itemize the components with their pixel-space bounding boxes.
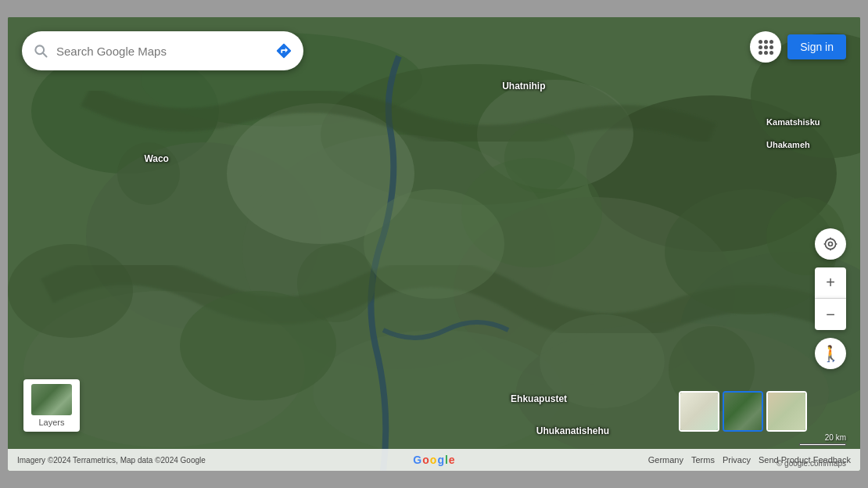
zoom-in-button[interactable]: + bbox=[815, 267, 846, 299]
layer-type-satellite[interactable] bbox=[723, 391, 763, 432]
svg-point-20 bbox=[540, 314, 665, 408]
attr-link-germany[interactable]: Germany bbox=[648, 455, 683, 465]
layers-thumb-inner bbox=[31, 384, 72, 415]
layer-preview-default bbox=[680, 393, 718, 430]
layer-type-controls bbox=[679, 391, 807, 432]
attribution-text: Imagery ©2024 Terrametrics, Map data ©20… bbox=[17, 456, 206, 465]
logo-o2: o bbox=[430, 454, 437, 466]
scale-label: 20 km bbox=[825, 433, 846, 442]
search-icon-wrap bbox=[33, 43, 48, 59]
right-controls: + − 🚶 bbox=[815, 228, 846, 369]
locate-icon bbox=[823, 236, 838, 252]
svg-point-19 bbox=[364, 189, 504, 299]
apps-grid-icon bbox=[759, 40, 773, 55]
pegman-icon: 🚶 bbox=[821, 344, 840, 363]
directions-icon-wrap[interactable] bbox=[275, 42, 292, 59]
svg-point-21 bbox=[117, 142, 180, 205]
directions-icon bbox=[275, 42, 292, 59]
google-logo: Google bbox=[413, 454, 454, 466]
svg-line-27 bbox=[43, 53, 46, 56]
map-container[interactable]: Uhatnihip Kamatshisku Uhakameh Waco Ehku… bbox=[8, 17, 860, 471]
scale-bar: 20 km bbox=[799, 433, 846, 446]
sign-in-button[interactable]: Sign in bbox=[787, 34, 846, 59]
logo-l: l bbox=[445, 454, 448, 466]
svg-point-15 bbox=[8, 244, 133, 338]
logo-g2: g bbox=[437, 454, 444, 466]
layer-type-terrain[interactable] bbox=[766, 391, 807, 432]
top-right-controls: Sign in bbox=[750, 31, 846, 63]
layers-label: Layers bbox=[38, 418, 64, 427]
svg-point-28 bbox=[829, 242, 833, 246]
attr-link-terms[interactable]: Terms bbox=[691, 455, 715, 465]
svg-point-26 bbox=[35, 45, 44, 54]
layer-preview-terrain bbox=[768, 393, 805, 430]
street-view-button[interactable]: 🚶 bbox=[815, 338, 846, 369]
scale-line bbox=[799, 443, 846, 446]
apps-button[interactable] bbox=[750, 31, 781, 63]
svg-point-22 bbox=[297, 244, 375, 322]
layers-thumbnail bbox=[31, 384, 72, 415]
svg-point-23 bbox=[504, 123, 575, 193]
attr-link-privacy[interactable]: Privacy bbox=[723, 455, 751, 465]
layer-type-default[interactable] bbox=[679, 391, 719, 432]
zoom-out-button[interactable]: − bbox=[815, 299, 846, 330]
layer-preview-satellite bbox=[724, 393, 762, 430]
layers-button[interactable]: Layers bbox=[23, 379, 80, 432]
search-icon bbox=[33, 43, 48, 59]
copyright-text: © google.com/maps bbox=[777, 459, 846, 468]
svg-point-29 bbox=[825, 239, 835, 249]
attribution-bar: Imagery ©2024 Terrametrics, Map data ©20… bbox=[8, 449, 860, 471]
logo-o1: o bbox=[422, 454, 429, 466]
search-input[interactable] bbox=[56, 45, 269, 58]
locate-button[interactable] bbox=[815, 228, 846, 260]
logo-e: e bbox=[449, 454, 455, 466]
search-bar bbox=[22, 31, 303, 70]
logo-g: G bbox=[413, 454, 421, 466]
